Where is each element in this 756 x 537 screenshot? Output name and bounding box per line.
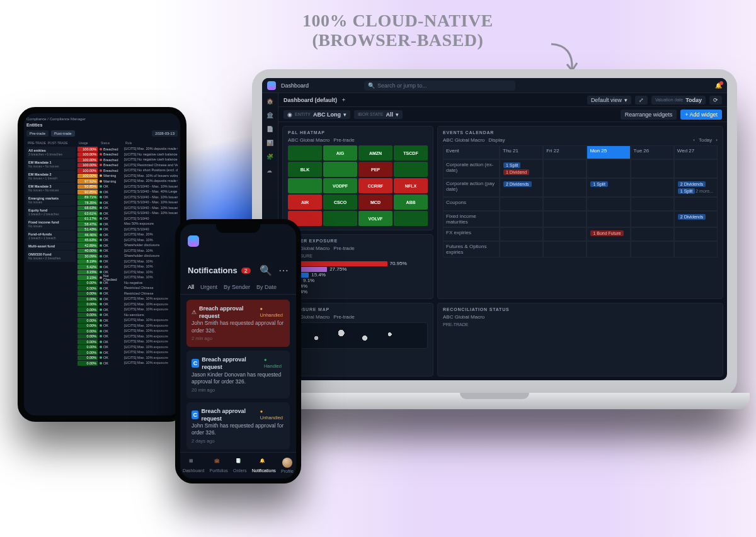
entity-item[interactable]: Equity fund1 breach • 2 breaches	[26, 206, 76, 218]
entity-item[interactable]: EM Mandate 2No issues • 1 breach	[26, 171, 76, 182]
cal-cell[interactable]	[631, 241, 674, 257]
heatmap-tile[interactable]: VOLVF	[358, 211, 392, 226]
entity-item[interactable]: Multi-asset fund	[26, 242, 76, 250]
dashboard-tab[interactable]: Dashboard (default)	[284, 97, 337, 103]
cal-cell[interactable]: 2 Dividends	[500, 178, 543, 197]
cal-cell[interactable]	[543, 159, 587, 178]
tabbar-profile[interactable]: Profile	[281, 458, 294, 473]
notification-item[interactable]: CBreach approval request● HandledJason K…	[186, 351, 290, 398]
rule-cell[interactable]: [UCITS] Max. 10%	[124, 259, 178, 264]
rule-cell[interactable]: [UCITS] Restricted Chinese and Venezuela…	[124, 163, 178, 168]
rule-cell[interactable]: [UCITS] Max. 10% exposure	[124, 339, 178, 344]
search-input[interactable]: 🔍 Search or jump to...	[364, 81, 515, 91]
search-icon[interactable]: 🔍	[260, 264, 272, 276]
cal-prev[interactable]: ‹	[693, 137, 695, 143]
rule-cell[interactable]: [UCITS] Max. 10%	[124, 264, 178, 269]
rule-cell[interactable]: [UCITS] 5/10/40 - Max. 10% Issuer Exposu…	[124, 195, 178, 200]
heatmap-tile[interactable]: CSCO	[323, 195, 357, 210]
heatmap-tile[interactable]: AMZN	[358, 145, 392, 161]
rule-cell[interactable]: [UCITS] No negative cash balances	[124, 157, 178, 162]
rule-cell[interactable]: No sanctions	[124, 313, 178, 318]
heatmap-tile[interactable]: MCD	[358, 195, 392, 210]
entity-item[interactable]: Fixed income fundNo issues	[26, 218, 76, 230]
state-filter[interactable]: IBOR STATE All ▾	[354, 110, 403, 119]
rule-cell[interactable]: No negative	[124, 281, 178, 286]
rule-cell[interactable]: [UCITS] Max. 10% exposure	[124, 302, 178, 307]
rule-cell[interactable]: [UCITS] Max. 10% of Issuers voting right…	[124, 174, 178, 179]
rule-cell[interactable]: [UCITS] Max. 20% deposits made with the …	[124, 147, 178, 152]
tab-pretrade[interactable]: Pre-trade	[26, 130, 49, 137]
rule-cell[interactable]: [UCITS] Max. 10% exposure	[124, 318, 178, 323]
tabbar-orders[interactable]: 📑Orders	[233, 458, 246, 473]
filter[interactable]: Pre-trade	[333, 246, 354, 251]
cal-cell[interactable]	[543, 227, 587, 241]
heatmap-tile[interactable]	[288, 145, 322, 161]
rule-cell[interactable]: Restricted Chinese	[124, 286, 178, 291]
valuation-date[interactable]: Valuation dateToday	[651, 96, 706, 105]
cal-cell[interactable]	[587, 211, 630, 227]
cal-next[interactable]: ›	[716, 137, 718, 143]
bank-icon[interactable]: 🏦	[266, 112, 274, 120]
cal-cell[interactable]	[500, 211, 543, 227]
cal-cell[interactable]	[631, 227, 674, 241]
entity-item[interactable]: All entities3 breaches • 6 breaches	[26, 147, 76, 158]
rule-cell[interactable]: [UCITS] No negative cash balances	[124, 152, 178, 157]
heatmap-tile[interactable]: ABB	[394, 195, 428, 210]
rule-cell[interactable]: Shareholder disclosure	[124, 254, 178, 259]
filter[interactable]: ABC Global Macro	[443, 137, 484, 143]
heatmap-tile[interactable]	[394, 211, 428, 226]
filter[interactable]: Display	[488, 137, 505, 143]
cal-cell[interactable]	[500, 227, 543, 241]
notification-item[interactable]: ⚠Breach approval request● UnhandledJohn …	[186, 300, 290, 347]
heatmap-tile[interactable]: CCRRF	[358, 178, 392, 193]
rule-cell[interactable]: [UCITS] Max. 10%	[124, 238, 178, 243]
filter[interactable]: Pre-trade	[333, 137, 354, 143]
filter[interactable]: ABC Global Macro	[288, 137, 329, 143]
chart-icon[interactable]: 📊	[266, 140, 274, 147]
filter-sender[interactable]: By Sender	[224, 284, 250, 290]
expand-button[interactable]: ⤢	[635, 96, 648, 105]
cal-cell[interactable]	[674, 227, 718, 241]
doc-icon[interactable]: 📄	[266, 126, 274, 133]
rule-cell[interactable]: [UCITS] 5/10/40 - Max. 10% Issuer Exposu…	[124, 211, 178, 216]
rule-cell[interactable]: [UCITS] Max. 10% exposure	[124, 356, 178, 361]
heatmap-tile[interactable]: AIG	[323, 145, 357, 161]
rule-cell[interactable]: [UCITS] 5/10/40 - Max. 10% Issuer Exposu…	[124, 200, 178, 205]
filter[interactable]: ABC Global Macro	[443, 314, 484, 320]
cal-cell[interactable]	[543, 211, 587, 227]
cal-cell[interactable]	[543, 241, 587, 257]
rule-cell[interactable]: [UCITS] Max. 20% deposits made with the …	[124, 179, 178, 184]
heatmap-tile[interactable]	[394, 162, 428, 177]
tabbar-dashboard[interactable]: ▦Dashboard	[183, 458, 204, 473]
rule-cell[interactable]: [UCITS] 5/10/40 - Max. 40% Large Issuer …	[124, 189, 178, 195]
rule-cell[interactable]: Restricted Chinese	[124, 291, 178, 297]
rule-cell[interactable]: [UCITS] Max. 10% exposure	[124, 345, 178, 350]
rule-cell[interactable]: [UCITS] 5/10/40 - Max. 10% Issuer Exposu…	[124, 184, 178, 189]
rule-cell[interactable]: [UCITS] Max. 10% exposure	[124, 324, 178, 329]
bell-icon[interactable]: 🔔	[715, 82, 722, 89]
heatmap-tile[interactable]: NFLX	[394, 178, 428, 193]
home-icon[interactable]: 🏠	[266, 98, 274, 106]
cal-cell[interactable]: 2 Dividends1 Split2 more...	[674, 178, 718, 197]
view-select[interactable]: Default view ▾	[587, 96, 631, 105]
rule-cell[interactable]: [UCITS] Max. 10% exposure	[124, 329, 178, 334]
more-icon[interactable]: ⋯	[278, 264, 289, 276]
cal-cell[interactable]	[674, 159, 718, 178]
heatmap-tile[interactable]: BLK	[288, 162, 322, 177]
breadcrumb[interactable]: Compliance / Compliance Manager	[26, 117, 178, 121]
cal-cell[interactable]: 1 Bond Future	[587, 227, 630, 241]
rule-cell[interactable]: [UCITS] Max. 10%	[124, 270, 178, 275]
entity-item[interactable]: Fund-of-funds1 breach • 1 breach	[26, 230, 76, 242]
rule-cell[interactable]: [UCITS] 5/10/40 - Max. 10% Issuer Exposu…	[124, 206, 178, 211]
cal-cell[interactable]	[587, 197, 630, 211]
cal-cell[interactable]	[631, 197, 674, 211]
rule-cell[interactable]: [UCITS] Max. 10% exposure	[124, 350, 178, 355]
tabbar-portfolios[interactable]: 💼Portfolios	[210, 458, 228, 473]
cal-cell[interactable]	[631, 211, 674, 227]
rule-cell[interactable]: [UCITS] Max. 10% exposure	[124, 297, 178, 302]
refresh-button[interactable]: ⟳	[709, 96, 722, 105]
cloud-icon[interactable]: ☁	[266, 167, 274, 175]
cal-cell[interactable]	[674, 241, 718, 257]
cal-cell[interactable]: 1 Split	[587, 178, 630, 197]
heatmap-tile[interactable]: AIR	[288, 195, 322, 210]
